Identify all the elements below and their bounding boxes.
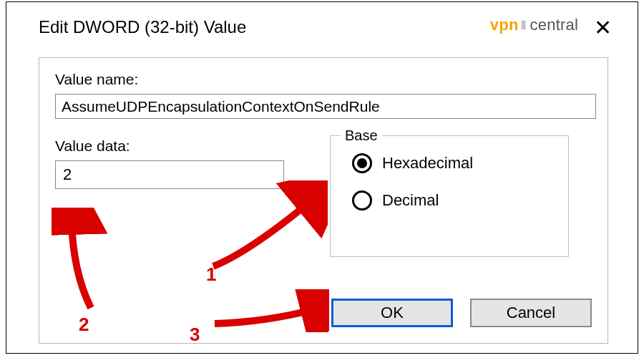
value-name-label: Value name:	[55, 71, 592, 88]
base-fieldset: Base Hexadecimal Decimal	[330, 135, 569, 257]
dialog-content: Value name: Value data: Base Hexadecimal…	[39, 57, 608, 344]
value-data-label: Value data:	[55, 137, 284, 155]
edit-dword-dialog: Edit DWORD (32-bit) Value vpn ⦀ central …	[24, 6, 623, 348]
close-icon: ✕	[594, 15, 612, 40]
radio-button-icon	[352, 190, 372, 211]
radio-hexadecimal[interactable]: Hexadecimal	[352, 153, 568, 173]
cancel-button-label: Cancel	[507, 304, 555, 322]
radio-button-icon	[352, 153, 372, 173]
radio-dec-label: Decimal	[382, 191, 439, 210]
ok-button-label: OK	[381, 304, 404, 322]
cancel-button[interactable]: Cancel	[470, 299, 592, 327]
radio-decimal[interactable]: Decimal	[352, 190, 568, 211]
value-data-input[interactable]	[55, 160, 284, 189]
logo-vpn-text: vpn	[490, 16, 519, 34]
vpncentral-logo: vpn ⦀ central	[490, 16, 578, 34]
base-legend: Base	[341, 127, 382, 144]
radio-hex-label: Hexadecimal	[382, 154, 473, 173]
ok-button[interactable]: OK	[331, 299, 453, 327]
logo-central-text: central	[530, 16, 578, 34]
annotation-number-3: 3	[190, 324, 200, 346]
logo-separator-icon: ⦀	[519, 18, 530, 33]
annotation-number-1: 1	[206, 263, 216, 286]
button-bar: OK Cancel	[331, 299, 592, 327]
value-name-input[interactable]	[55, 94, 596, 119]
close-button[interactable]: ✕	[587, 11, 618, 43]
annotation-number-2: 2	[79, 314, 89, 336]
